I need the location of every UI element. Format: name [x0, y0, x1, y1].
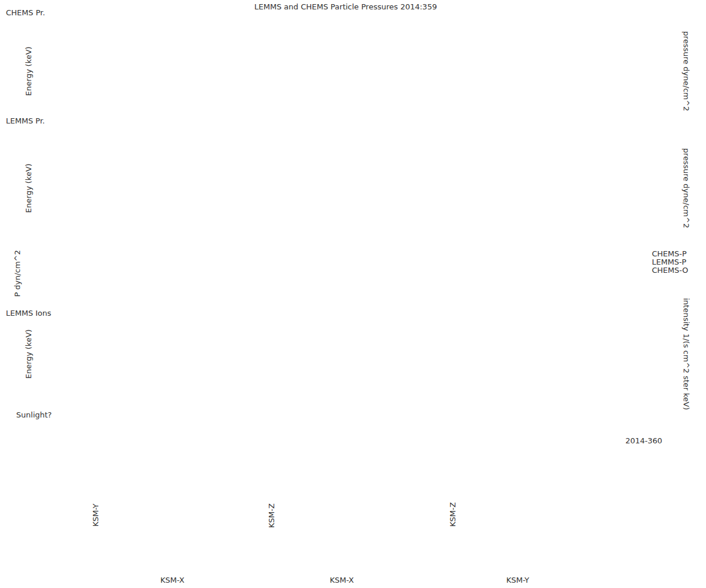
- legend-item-chems-o: CHEMS-O: [652, 266, 688, 275]
- legend-item-lemms-p: LEMMS-P: [652, 258, 687, 266]
- pressure-axis-label: P dyn/cm^2: [14, 250, 22, 297]
- chems-colorbar-label: pressure dyne/cm^2: [682, 31, 690, 111]
- orbit2-xaxis-label: KSM-X: [327, 576, 357, 584]
- lemms-colorbar-label: pressure dyne/cm^2: [682, 148, 690, 228]
- ions-colorbar-label: intensity 1/(s cm^2 ster keV): [682, 298, 690, 410]
- lemms-energy-axis-label: Energy (keV): [25, 163, 33, 213]
- orbit1-xaxis-label: KSM-X: [158, 576, 187, 584]
- orbit1-yaxis-label: KSM-Y: [92, 503, 100, 526]
- ions-panel-label: LEMMS Ions: [6, 309, 51, 318]
- plots-canvas: [0, 0, 706, 588]
- date-rollover-label: 2014-360: [625, 437, 662, 445]
- chems-panel-label: CHEMS Pr.: [6, 9, 45, 17]
- lemms-panel-label: LEMMS Pr.: [6, 117, 45, 125]
- sunlight-label: Sunlight?: [5, 411, 52, 419]
- orbit3-yaxis-label: KSM-Z: [449, 502, 457, 527]
- orbit3-xaxis-label: KSM-Y: [503, 576, 532, 584]
- orbit2-yaxis-label: KSM-Z: [268, 503, 276, 528]
- legend-item-chems-p: CHEMS-P: [652, 250, 687, 258]
- chems-energy-axis-label: Energy (keV): [25, 46, 33, 96]
- ions-energy-axis-label: Energy (keV): [25, 329, 33, 379]
- page-title: LEMMS and CHEMS Particle Pressures 2014:…: [56, 3, 635, 11]
